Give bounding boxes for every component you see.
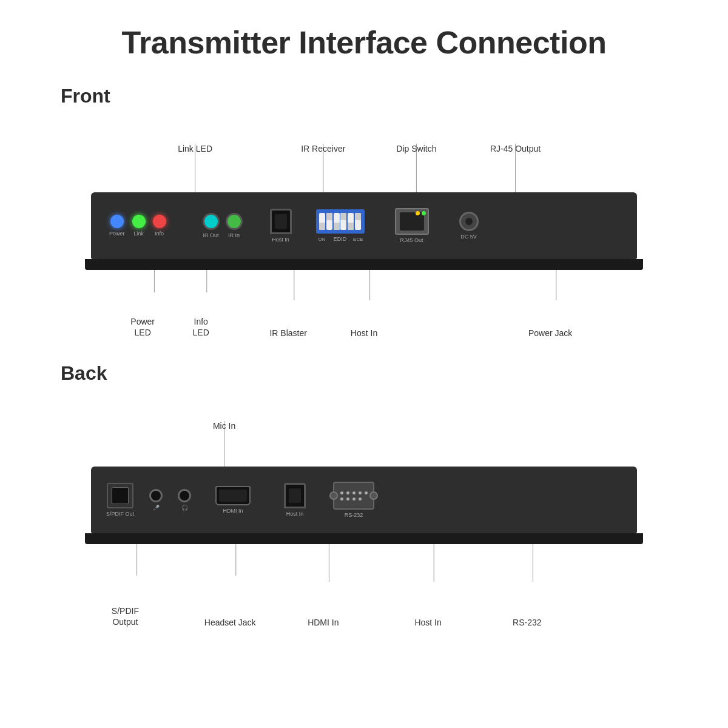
usb-b-body — [270, 209, 292, 234]
power-led-indicator: Power — [109, 215, 125, 237]
back-diagram: Mic In S/PDIF Out 🎤 — [73, 421, 655, 627]
link-led-indicator: Link — [132, 215, 146, 237]
mic-jack: 🎤 — [149, 489, 163, 511]
ir-group: IR Out IR In — [203, 213, 243, 238]
back-device: S/PDIF Out 🎤 🎧 — [73, 467, 655, 533]
label-rs232: RS-232 — [505, 618, 549, 627]
label-mic-in: Mic In — [205, 421, 244, 431]
label-host-in-front: Host In — [342, 328, 386, 338]
dc-power-jack: DC 5V — [459, 212, 479, 240]
ir-in-label: IR In — [228, 232, 240, 238]
label-headset-jack: Headset Jack — [198, 618, 261, 627]
mic-circle — [149, 489, 163, 502]
spdif-body — [107, 483, 133, 508]
label-power-led: PowerLED — [121, 316, 164, 338]
link-led-label: Link — [133, 231, 144, 237]
dip-switch-body: ON ECE — [316, 209, 365, 234]
ir-out-port: IR Out — [203, 213, 220, 238]
dip-toggle-6 — [355, 213, 361, 230]
rj45-body — [395, 208, 429, 235]
dip-toggle-1 — [319, 213, 325, 230]
label-ir-receiver: IR Receiver — [294, 144, 352, 153]
spdif-label: S/PDIF Out — [106, 511, 134, 517]
led-group: Power Link Info — [109, 215, 166, 237]
label-spdif-output: S/PDIFOutput — [102, 605, 148, 627]
hdmi-body — [215, 486, 251, 505]
label-hdmi-in: HDMI In — [299, 618, 348, 627]
label-host-in-back: Host In — [406, 618, 450, 627]
label-rj45-output: RJ-45 Output — [484, 144, 547, 153]
power-led-dot — [110, 215, 124, 228]
dc-jack-inner — [465, 218, 473, 225]
dip-toggle-2 — [326, 213, 332, 230]
host-in-back-label: Host In — [286, 511, 304, 517]
hdmi-label: HDMI In — [223, 508, 243, 514]
hdmi-port: HDMI In — [215, 486, 251, 514]
front-label: Front — [61, 85, 667, 107]
front-diagram: Link LED IR Receiver Dip Switch RJ-45 Ou… — [73, 144, 655, 338]
ir-out-circle — [203, 213, 220, 230]
label-info-led: InfoLED — [184, 316, 218, 338]
label-dip-switch: Dip Switch — [387, 144, 445, 153]
rj45-label: RJ45 Out — [400, 237, 423, 243]
back-label: Back — [61, 362, 667, 385]
label-link-led: Link LED — [171, 144, 220, 153]
usb-b-body-back — [284, 483, 306, 508]
rs232-ear-left — [329, 491, 338, 500]
rs232-label: RS-232 — [345, 512, 363, 518]
page-title: Transmitter Interface Connection — [0, 0, 728, 73]
dip-toggle-5 — [348, 213, 354, 230]
ir-in-circle — [226, 213, 243, 230]
rj45-port: RJ45 Out — [395, 208, 429, 243]
host-in-port-front: Host In — [270, 209, 292, 243]
spdif-port: S/PDIF Out — [106, 483, 134, 517]
info-led-dot — [153, 215, 166, 228]
spdif-inner — [112, 487, 129, 504]
rj45-leds — [416, 211, 426, 215]
dip-switch-component: ON ECE EDID — [316, 209, 365, 242]
host-in-front-label: Host In — [272, 237, 289, 243]
mic-jack-label: 🎤 — [153, 505, 160, 511]
front-panel: Power Link Info — [91, 192, 637, 259]
back-section: Back Mic In — [61, 362, 667, 627]
link-led-dot — [132, 215, 146, 228]
front-section: Front — [61, 85, 667, 338]
ir-in-port: IR In — [226, 213, 243, 238]
label-power-jack: Power Jack — [521, 328, 579, 338]
headset-circle — [178, 489, 191, 502]
back-panel: S/PDIF Out 🎤 🎧 — [91, 467, 637, 533]
dc-jack-label: DC 5V — [460, 234, 477, 240]
front-device: Power Link Info — [73, 192, 655, 259]
label-ir-blaster: IR Blaster — [261, 328, 315, 338]
dip-toggle-3 — [334, 213, 340, 230]
ir-out-label: IR Out — [203, 232, 219, 238]
host-in-port-back: Host In — [284, 483, 306, 517]
rs232-body — [333, 482, 374, 510]
rs232-ears — [329, 491, 378, 500]
info-led-label: Info — [155, 231, 164, 237]
info-led-indicator: Info — [153, 215, 166, 237]
dc-jack-body — [459, 212, 479, 231]
rj45-led-yellow — [416, 211, 420, 215]
headset-jack: 🎧 — [178, 489, 191, 511]
dip-on-text: ON — [318, 237, 326, 242]
rs232-ear-right — [369, 491, 378, 500]
power-led-label: Power — [109, 231, 125, 237]
dip-switch-label: EDID — [334, 236, 347, 242]
headset-jack-label: 🎧 — [181, 505, 188, 511]
rs232-port: RS-232 — [333, 482, 374, 518]
hdmi-inner — [219, 490, 247, 502]
dip-edid-text: ECE — [353, 237, 363, 242]
dip-toggle-4 — [340, 213, 346, 230]
rj45-led-green — [422, 211, 426, 215]
